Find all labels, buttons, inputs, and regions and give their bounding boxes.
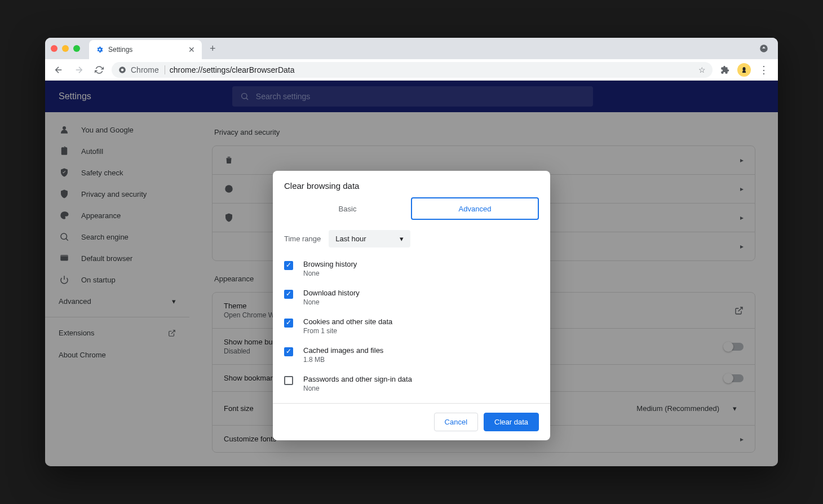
close-window-button[interactable]: [51, 45, 57, 52]
check-row: Passwords and other sign-in dataNone: [284, 369, 539, 398]
checkbox-sublabel: None: [303, 269, 357, 277]
time-range-select[interactable]: Last hour▾: [329, 230, 410, 247]
bookmark-star-icon[interactable]: ☆: [698, 65, 706, 74]
checkbox-sublabel: 1.8 MB: [303, 356, 383, 364]
dialog-title: Clear browsing data: [273, 171, 550, 197]
chevron-down-icon: ▾: [400, 235, 404, 243]
new-tab-button[interactable]: +: [210, 43, 216, 55]
checkbox[interactable]: [284, 347, 293, 356]
browser-menu-button[interactable]: ⋮: [759, 64, 769, 76]
checkbox-sublabel: None: [303, 384, 412, 392]
checkbox[interactable]: [284, 290, 293, 299]
maximize-window-button[interactable]: [73, 45, 80, 52]
incognito-icon[interactable]: [759, 43, 769, 54]
cancel-button[interactable]: Cancel: [434, 413, 478, 431]
clear-browsing-data-dialog: Clear browsing data Basic Advanced Time …: [273, 171, 550, 440]
dialog-footer: Cancel Clear data: [273, 403, 550, 440]
check-row: Download historyNone: [284, 283, 539, 312]
tab-basic[interactable]: Basic: [284, 197, 411, 220]
checkbox-sublabel: From 1 site: [303, 327, 392, 335]
check-row: Cached images and files1.8 MB: [284, 341, 539, 369]
clear-data-button[interactable]: Clear data: [484, 413, 539, 431]
svg-point-2: [121, 68, 124, 71]
check-row: Cookies and other site dataFrom 1 site: [284, 312, 539, 341]
close-tab-button[interactable]: ✕: [188, 45, 195, 54]
url-text: chrome://settings/clearBrowserData: [170, 65, 295, 74]
time-range-label: Time range: [284, 235, 321, 243]
browser-tab[interactable]: Settings ✕: [89, 40, 202, 59]
checkbox-label: Browsing history: [303, 260, 357, 268]
dialog-body: Browsing historyNoneDownload historyNone…: [273, 252, 550, 399]
modal-overlay[interactable]: Clear browsing data Basic Advanced Time …: [45, 81, 778, 466]
window-titlebar: Settings ✕ +: [45, 38, 778, 59]
gear-icon: [96, 46, 104, 54]
extensions-icon[interactable]: [720, 65, 729, 74]
omnibox[interactable]: Chrome chrome://settings/clearBrowserDat…: [112, 62, 713, 78]
check-row: Autofill form data: [284, 398, 539, 399]
time-range-row: Time range Last hour▾: [273, 220, 550, 252]
checkbox[interactable]: [284, 261, 293, 270]
tab-advanced[interactable]: Advanced: [411, 197, 539, 220]
tab-title: Settings: [108, 46, 132, 54]
checkbox-label: Download history: [303, 289, 360, 297]
checkbox-label: Cached images and files: [303, 346, 383, 355]
check-row: Browsing historyNone: [284, 254, 539, 283]
chrome-logo-icon: [118, 66, 126, 74]
checkbox[interactable]: [284, 376, 293, 385]
url-prefix: Chrome: [131, 65, 165, 74]
address-bar: Chrome chrome://settings/clearBrowserDat…: [45, 59, 778, 81]
minimize-window-button[interactable]: [62, 45, 69, 52]
dialog-tabs: Basic Advanced: [273, 197, 550, 220]
time-range-value: Last hour: [335, 235, 366, 243]
settings-app: Settings Search settings You and Google …: [45, 81, 778, 466]
checkbox-sublabel: None: [303, 298, 360, 306]
profile-avatar[interactable]: [737, 63, 751, 77]
back-button[interactable]: [51, 62, 67, 78]
checkbox-label: Cookies and other site data: [303, 317, 392, 326]
checkbox[interactable]: [284, 319, 293, 328]
checkbox-label: Passwords and other sign-in data: [303, 375, 412, 383]
browser-window: Settings ✕ + Chrome chrome://settings/cl…: [45, 38, 778, 466]
reload-button[interactable]: [91, 62, 107, 78]
forward-button[interactable]: [71, 62, 87, 78]
traffic-lights: [51, 45, 80, 52]
